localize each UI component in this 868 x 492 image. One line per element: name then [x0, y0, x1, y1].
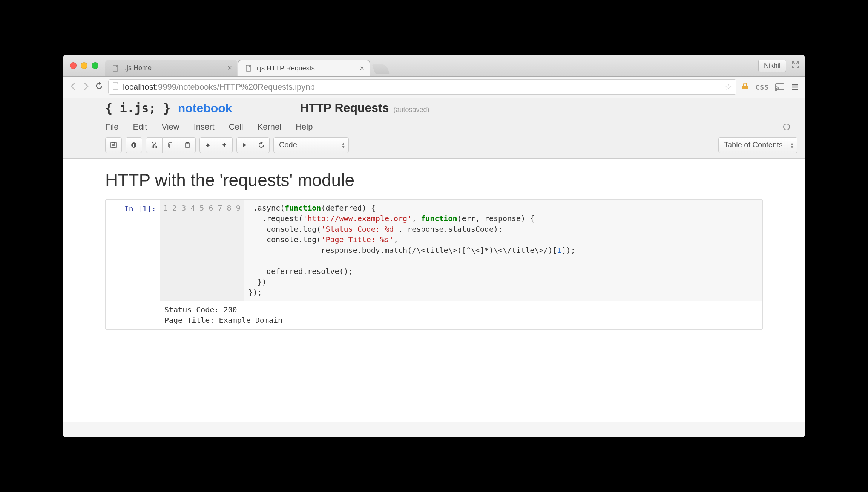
browser-tab-active[interactable]: i.js HTTP Requests × [238, 60, 370, 76]
menu-file[interactable]: File [105, 122, 118, 132]
close-tab-icon[interactable]: × [360, 64, 364, 73]
svg-rect-9 [111, 142, 116, 148]
favicon-icon [245, 64, 253, 72]
restart-button[interactable] [253, 137, 270, 153]
svg-rect-16 [170, 144, 173, 148]
select-caret-icon: ▴▾ [342, 142, 345, 148]
kernel-status-indicator [783, 124, 790, 130]
url-host: localhost [123, 82, 156, 92]
svg-rect-18 [186, 142, 189, 143]
fullscreen-icon[interactable] [791, 61, 800, 70]
notebook-header: { i.js; } notebook HTTP Requests (autosa… [63, 98, 805, 159]
select-caret-icon: ▴▾ [791, 142, 793, 148]
minimize-window-button[interactable] [81, 62, 87, 69]
new-tab-button[interactable] [372, 64, 390, 74]
notebook-title[interactable]: HTTP Requests [300, 101, 389, 115]
page-icon [112, 82, 119, 92]
svg-rect-10 [112, 142, 115, 144]
cast-icon[interactable] [775, 83, 785, 91]
cell-type-value: Code [279, 141, 297, 149]
toc-label: Table of Contents [724, 141, 783, 149]
code-editor[interactable]: 1 2 3 4 5 6 7 8 9 _.async(function(defer… [160, 200, 762, 301]
output-text: Status Code: 200 Page Title: Example Dom… [160, 301, 287, 329]
line-number-gutter: 1 2 3 4 5 6 7 8 9 [160, 200, 244, 301]
menu-edit[interactable]: Edit [133, 122, 147, 132]
menu-cell[interactable]: Cell [229, 122, 243, 132]
window-controls [63, 62, 98, 69]
svg-rect-20 [224, 143, 225, 145]
profile-button[interactable]: Nikhil [758, 60, 786, 72]
favicon-icon [112, 64, 120, 72]
browser-window: i.js Home × i.js HTTP Requests × Nikhil [63, 55, 805, 437]
url-port: :9999 [156, 82, 176, 92]
add-cell-button[interactable] [126, 137, 142, 153]
move-down-button[interactable] [216, 137, 233, 153]
code-text[interactable]: _.async(function(deferred) { _.request('… [244, 200, 580, 301]
menu-insert[interactable]: Insert [194, 122, 215, 132]
tab-title: i.js HTTP Requests [256, 64, 315, 72]
notebook-brand[interactable]: { i.js; } notebook [105, 101, 232, 115]
save-button[interactable] [105, 137, 122, 153]
code-cell[interactable]: In [1]: 1 2 3 4 5 6 7 8 9 _.async(functi… [105, 199, 763, 330]
svg-rect-17 [186, 143, 189, 148]
copy-button[interactable] [163, 137, 179, 153]
window-titlebar: i.js Home × i.js HTTP Requests × Nikhil [63, 55, 805, 77]
css-extension-icon[interactable]: CSS [755, 83, 769, 91]
cell-type-select[interactable]: Code ▴▾ [273, 137, 349, 153]
autosave-status: (autosaved) [394, 106, 429, 114]
bookmark-star-icon[interactable]: ☆ [725, 82, 732, 92]
browser-toolbar: localhost:9999/notebooks/HTTP%20Requests… [63, 77, 805, 98]
run-button[interactable] [236, 137, 253, 153]
notebook-menubar: File Edit View Insert Cell Kernel Help [63, 117, 805, 137]
cut-button[interactable] [146, 137, 163, 153]
extension-icons: CSS [741, 82, 799, 92]
browser-tab-inactive[interactable]: i.js Home × [105, 60, 237, 76]
paste-button[interactable] [179, 137, 196, 153]
zoom-window-button[interactable] [92, 62, 98, 69]
cell-input-area: In [1]: 1 2 3 4 5 6 7 8 9 _.async(functi… [106, 200, 762, 301]
svg-rect-3 [742, 86, 748, 89]
svg-rect-19 [207, 145, 209, 147]
notebook-content[interactable]: HTTP with the 'requests' module In [1]: … [63, 159, 805, 422]
markdown-heading: HTTP with the 'requests' module [105, 170, 763, 190]
forward-button[interactable] [82, 81, 90, 93]
brand-prefix: { i.js; } [105, 101, 170, 115]
tab-title: i.js Home [123, 64, 152, 72]
reload-button[interactable] [95, 81, 104, 93]
brand-suffix: notebook [178, 101, 232, 115]
svg-point-5 [776, 90, 777, 91]
move-up-button[interactable] [199, 137, 216, 153]
notebook-toolbar: Code ▴▾ Table of Contents ▴▾ [63, 137, 805, 158]
hamburger-menu-icon[interactable] [791, 83, 799, 91]
input-prompt: In [1]: [106, 200, 160, 301]
lock-extension-icon[interactable] [741, 82, 749, 92]
menu-help[interactable]: Help [296, 122, 313, 132]
back-button[interactable] [69, 81, 77, 93]
close-window-button[interactable] [70, 62, 77, 69]
menu-view[interactable]: View [161, 122, 179, 132]
address-bar[interactable]: localhost:9999/notebooks/HTTP%20Requests… [108, 79, 736, 95]
close-tab-icon[interactable]: × [227, 64, 232, 72]
toc-select[interactable]: Table of Contents ▴▾ [718, 137, 797, 153]
menu-kernel[interactable]: Kernel [258, 122, 282, 132]
chrome-right-controls: Nikhil [758, 60, 805, 72]
url-path: /notebooks/HTTP%20Requests.ipynb [176, 82, 315, 92]
svg-rect-11 [112, 145, 115, 148]
browser-tabs: i.js Home × i.js HTTP Requests × [105, 55, 388, 76]
cell-output-area: Status Code: 200 Page Title: Example Dom… [106, 301, 762, 329]
